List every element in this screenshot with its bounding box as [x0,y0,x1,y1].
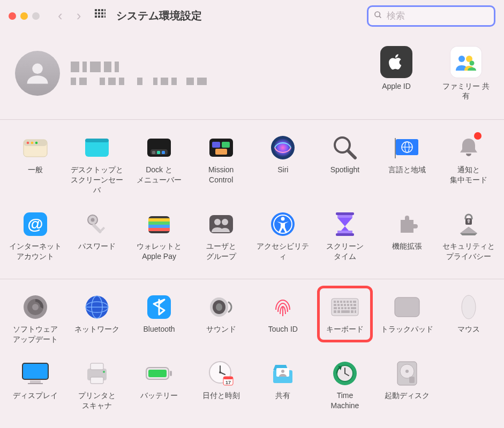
back-button[interactable]: ‹ [58,7,63,24]
svg-point-54 [214,219,221,225]
svg-rect-1 [98,9,100,11]
show-all-button[interactable] [95,9,106,22]
svg-rect-80 [343,301,345,303]
maximize-window-button[interactable] [32,12,40,20]
profile-side-items: Apple ID ファミリー 共有 [371,46,491,102]
svg-rect-92 [338,307,340,309]
sharing-icon [269,360,297,387]
svg-rect-2 [101,9,103,11]
pane-dock-menubar[interactable]: Dock と メニューバー [128,128,190,201]
bluetooth-icon [145,293,173,321]
pane-startup-disk[interactable]: 起動ディスク [376,354,438,416]
prefs-group-2: ソフトウェア アップデート ネットワーク Bluetooth サウンド [0,279,504,428]
prefs-row: ソフトウェア アップデート ネットワーク Bluetooth サウンド [0,286,504,352]
svg-rect-113 [148,370,167,377]
svg-rect-96 [351,307,356,309]
pane-desktop-screensaver[interactable]: デスクトップと スクリーンセーバ [66,128,129,201]
pane-notifications[interactable]: 通知と 集中モード [438,128,500,201]
forward-button[interactable]: › [77,7,81,24]
minimize-window-button[interactable] [20,12,28,20]
pane-accessibility[interactable]: アクセシビリティ [252,205,314,267]
pane-internet-accounts[interactable]: @ インターネット アカウント [4,205,66,267]
internet-accounts-icon: @ [21,210,49,238]
svg-rect-51 [148,225,170,228]
svg-rect-85 [337,304,340,306]
svg-rect-104 [22,363,48,379]
pane-time-machine[interactable]: Time Machine [314,354,376,416]
pane-printers-scanners[interactable]: プリンタと スキャナ [66,354,129,416]
family-sharing-pane[interactable]: ファミリー 共有 [441,46,491,102]
pane-software-update[interactable]: ソフトウェア アップデート [4,288,66,350]
battery-icon [145,360,173,387]
keyboard-icon [331,293,359,321]
svg-rect-82 [350,301,352,303]
svg-point-15 [458,56,465,62]
pane-passwords[interactable]: パスワード [66,205,129,267]
svg-rect-84 [334,304,336,306]
pane-sharing[interactable]: 共有 [252,354,314,416]
pane-mouse[interactable]: マウス [438,288,500,350]
svg-point-118 [219,371,221,373]
svg-rect-46 [92,223,103,234]
network-icon [83,293,111,321]
svg-point-55 [222,219,228,225]
pane-touch-id[interactable]: Touch ID [252,288,314,350]
displays-icon [21,360,49,387]
pane-language-region[interactable]: 言語と地域 [376,128,438,201]
pane-mission-control[interactable]: Mission Control [190,128,252,201]
language-icon [393,134,421,162]
svg-point-74 [216,303,222,311]
system-preferences-window: ‹ › システム環境設定 [0,0,504,428]
pane-users-groups[interactable]: ユーザと グループ [190,205,252,267]
pane-security-privacy[interactable]: セキュリティと プライバシー [438,205,500,267]
avatar[interactable] [15,51,60,96]
close-window-button[interactable] [9,12,16,20]
pane-general[interactable]: 一般 [4,128,66,201]
svg-point-111 [103,371,105,373]
pane-extensions[interactable]: 機能拡張 [376,205,438,267]
prefs-group-1: 一般 デスクトップと スクリーンセーバ Dock と メニューバー Missio… [0,120,504,279]
profile-row: Apple ID ファミリー 共有 [0,32,504,120]
svg-point-124 [281,370,284,373]
svg-rect-107 [28,383,43,384]
pane-network[interactable]: ネットワーク [66,288,129,350]
svg-rect-5 [98,12,100,14]
pane-keyboard[interactable]: キーボード [314,288,376,350]
pane-spotlight[interactable]: Spotlight [314,128,376,201]
svg-rect-86 [341,304,343,306]
pane-sound[interactable]: サウンド [190,288,252,350]
svg-rect-0 [95,9,97,11]
svg-rect-77 [334,301,336,303]
svg-rect-9 [98,16,100,18]
svg-rect-91 [334,307,337,309]
pane-screen-time[interactable]: スクリーン タイム [314,205,376,267]
prefs-row: 一般 デスクトップと スクリーンセーバ Dock と メニューバー Missio… [0,126,504,203]
pane-date-time[interactable]: 17 日付と時刻 [190,354,252,416]
spotlight-icon [331,134,359,162]
svg-rect-10 [101,16,103,18]
pane-displays[interactable]: ディスプレイ [4,354,66,416]
accessibility-icon [269,210,297,238]
search-input[interactable] [387,11,488,21]
svg-rect-94 [344,307,347,309]
pane-wallet-applepay[interactable]: ウォレットと Apple Pay [128,205,190,267]
svg-rect-93 [341,307,343,309]
users-groups-icon [207,210,235,238]
pane-siri[interactable]: Siri [252,128,314,201]
pane-bluetooth[interactable]: Bluetooth [128,288,190,350]
apple-id-label: Apple ID [382,81,411,91]
apple-id-pane[interactable]: Apple ID [371,46,422,102]
svg-point-14 [32,64,43,74]
svg-line-36 [348,151,355,158]
svg-rect-110 [91,377,103,384]
svg-point-103 [462,295,476,319]
svg-point-20 [27,142,29,144]
svg-rect-83 [353,301,356,303]
svg-rect-8 [95,16,97,18]
mission-control-icon [207,134,235,162]
pane-trackpad[interactable]: トラックパッド [376,288,438,350]
svg-rect-49 [148,218,170,221]
svg-point-34 [271,136,295,159]
pane-battery[interactable]: バッテリー [128,354,190,416]
svg-rect-89 [350,304,352,306]
